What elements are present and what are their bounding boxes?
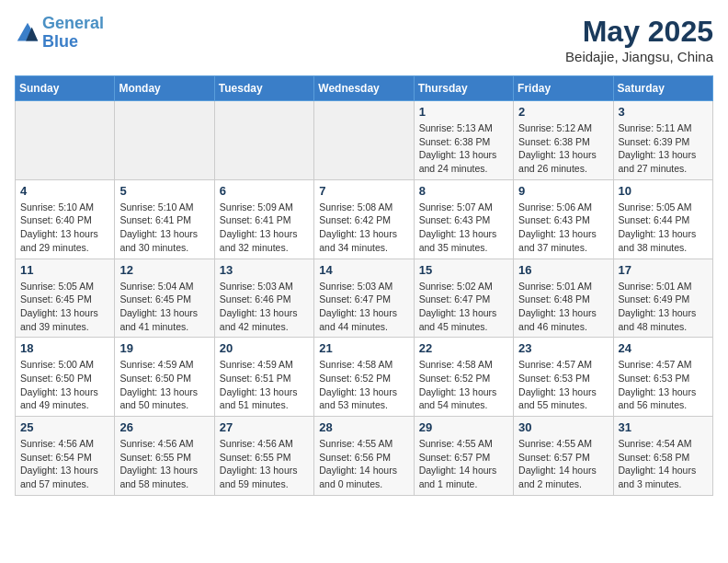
day-info: Sunrise: 5:11 AM Sunset: 6:39 PM Dayligh… bbox=[619, 121, 708, 176]
day-number: 8 bbox=[419, 184, 508, 198]
calendar-cell: 27Sunrise: 4:56 AM Sunset: 6:55 PM Dayli… bbox=[214, 417, 313, 496]
calendar-cell: 13Sunrise: 5:03 AM Sunset: 6:46 PM Dayli… bbox=[214, 259, 313, 338]
day-number: 25 bbox=[20, 420, 109, 434]
day-info: Sunrise: 5:01 AM Sunset: 6:48 PM Dayligh… bbox=[518, 280, 608, 334]
weekday-header-tuesday: Tuesday bbox=[214, 76, 313, 101]
day-info: Sunrise: 5:07 AM Sunset: 6:43 PM Dayligh… bbox=[419, 201, 508, 255]
day-number: 18 bbox=[20, 341, 109, 355]
weekday-header-friday: Friday bbox=[514, 76, 613, 101]
calendar-week-4: 18Sunrise: 5:00 AM Sunset: 6:50 PM Dayli… bbox=[16, 338, 713, 417]
logo-line2: Blue bbox=[42, 32, 78, 51]
day-info: Sunrise: 4:58 AM Sunset: 6:52 PM Dayligh… bbox=[419, 358, 508, 412]
day-info: Sunrise: 5:02 AM Sunset: 6:47 PM Dayligh… bbox=[419, 280, 508, 334]
weekday-header-thursday: Thursday bbox=[414, 76, 513, 101]
day-info: Sunrise: 5:03 AM Sunset: 6:47 PM Dayligh… bbox=[319, 280, 408, 334]
day-info: Sunrise: 5:03 AM Sunset: 6:46 PM Dayligh… bbox=[220, 280, 309, 334]
calendar-body: 1Sunrise: 5:13 AM Sunset: 6:38 PM Daylig… bbox=[16, 101, 713, 496]
calendar-cell: 14Sunrise: 5:03 AM Sunset: 6:47 PM Dayli… bbox=[314, 259, 414, 338]
day-info: Sunrise: 4:56 AM Sunset: 6:54 PM Dayligh… bbox=[20, 437, 109, 491]
day-info: Sunrise: 4:58 AM Sunset: 6:52 PM Dayligh… bbox=[319, 358, 408, 412]
day-number: 21 bbox=[319, 341, 408, 355]
day-info: Sunrise: 5:05 AM Sunset: 6:45 PM Dayligh… bbox=[20, 280, 109, 334]
day-info: Sunrise: 5:01 AM Sunset: 6:49 PM Dayligh… bbox=[619, 280, 708, 334]
day-number: 27 bbox=[220, 420, 309, 434]
day-number: 1 bbox=[419, 105, 508, 119]
day-number: 3 bbox=[619, 105, 708, 119]
calendar-week-3: 11Sunrise: 5:05 AM Sunset: 6:45 PM Dayli… bbox=[16, 259, 713, 338]
day-number: 24 bbox=[619, 341, 708, 355]
logo: General Blue bbox=[15, 15, 104, 52]
day-info: Sunrise: 4:59 AM Sunset: 6:50 PM Dayligh… bbox=[119, 358, 209, 412]
calendar-cell: 20Sunrise: 4:59 AM Sunset: 6:51 PM Dayli… bbox=[214, 338, 313, 417]
calendar-cell: 11Sunrise: 5:05 AM Sunset: 6:45 PM Dayli… bbox=[16, 259, 115, 338]
day-info: Sunrise: 4:59 AM Sunset: 6:51 PM Dayligh… bbox=[220, 358, 309, 412]
calendar-cell: 26Sunrise: 4:56 AM Sunset: 6:55 PM Dayli… bbox=[115, 417, 214, 496]
calendar-header: SundayMondayTuesdayWednesdayThursdayFrid… bbox=[16, 76, 713, 101]
day-number: 29 bbox=[419, 420, 508, 434]
day-info: Sunrise: 4:54 AM Sunset: 6:58 PM Dayligh… bbox=[619, 437, 708, 491]
day-number: 5 bbox=[119, 184, 209, 198]
day-number: 28 bbox=[319, 420, 408, 434]
weekday-header-saturday: Saturday bbox=[613, 76, 712, 101]
day-info: Sunrise: 5:09 AM Sunset: 6:41 PM Dayligh… bbox=[220, 201, 309, 255]
day-info: Sunrise: 4:56 AM Sunset: 6:55 PM Dayligh… bbox=[220, 437, 309, 491]
calendar-cell: 23Sunrise: 4:57 AM Sunset: 6:53 PM Dayli… bbox=[514, 338, 613, 417]
day-info: Sunrise: 5:10 AM Sunset: 6:40 PM Dayligh… bbox=[20, 201, 109, 255]
day-number: 17 bbox=[619, 263, 708, 277]
logo-line1: General bbox=[42, 14, 104, 32]
logo-text: General Blue bbox=[42, 15, 104, 52]
calendar-cell: 29Sunrise: 4:55 AM Sunset: 6:57 PM Dayli… bbox=[414, 417, 513, 496]
calendar-cell: 31Sunrise: 4:54 AM Sunset: 6:58 PM Dayli… bbox=[613, 417, 712, 496]
day-info: Sunrise: 5:10 AM Sunset: 6:41 PM Dayligh… bbox=[119, 201, 209, 255]
calendar-week-5: 25Sunrise: 4:56 AM Sunset: 6:54 PM Dayli… bbox=[16, 417, 713, 496]
calendar-week-1: 1Sunrise: 5:13 AM Sunset: 6:38 PM Daylig… bbox=[16, 101, 713, 180]
weekday-row: SundayMondayTuesdayWednesdayThursdayFrid… bbox=[16, 76, 713, 101]
logo-icon bbox=[15, 20, 40, 46]
day-number: 15 bbox=[419, 263, 508, 277]
title-block: May 2025 Beidajie, Jiangsu, China bbox=[565, 15, 713, 64]
day-number: 31 bbox=[619, 420, 708, 434]
calendar-cell: 12Sunrise: 5:04 AM Sunset: 6:45 PM Dayli… bbox=[115, 259, 214, 338]
day-number: 26 bbox=[119, 420, 209, 434]
day-number: 19 bbox=[119, 341, 209, 355]
calendar-cell: 5Sunrise: 5:10 AM Sunset: 6:41 PM Daylig… bbox=[115, 179, 214, 259]
day-info: Sunrise: 5:00 AM Sunset: 6:50 PM Dayligh… bbox=[20, 358, 109, 412]
calendar-table: SundayMondayTuesdayWednesdayThursdayFrid… bbox=[15, 75, 713, 496]
day-number: 9 bbox=[518, 184, 608, 198]
calendar-cell: 21Sunrise: 4:58 AM Sunset: 6:52 PM Dayli… bbox=[314, 338, 414, 417]
calendar-cell: 17Sunrise: 5:01 AM Sunset: 6:49 PM Dayli… bbox=[613, 259, 712, 338]
calendar-cell: 10Sunrise: 5:05 AM Sunset: 6:44 PM Dayli… bbox=[613, 179, 712, 259]
day-info: Sunrise: 4:56 AM Sunset: 6:55 PM Dayligh… bbox=[119, 437, 209, 491]
day-number: 20 bbox=[220, 341, 309, 355]
day-number: 4 bbox=[20, 184, 109, 198]
day-number: 14 bbox=[319, 263, 408, 277]
month-title: May 2025 bbox=[565, 15, 713, 49]
day-info: Sunrise: 5:05 AM Sunset: 6:44 PM Dayligh… bbox=[619, 201, 708, 255]
day-number: 11 bbox=[20, 263, 109, 277]
day-info: Sunrise: 5:04 AM Sunset: 6:45 PM Dayligh… bbox=[119, 280, 209, 334]
day-number: 12 bbox=[119, 263, 209, 277]
calendar-cell: 9Sunrise: 5:06 AM Sunset: 6:43 PM Daylig… bbox=[514, 179, 613, 259]
day-number: 22 bbox=[419, 341, 508, 355]
day-info: Sunrise: 4:55 AM Sunset: 6:57 PM Dayligh… bbox=[518, 437, 608, 491]
calendar-cell: 6Sunrise: 5:09 AM Sunset: 6:41 PM Daylig… bbox=[214, 179, 313, 259]
day-number: 13 bbox=[220, 263, 309, 277]
day-number: 16 bbox=[518, 263, 608, 277]
day-info: Sunrise: 4:55 AM Sunset: 6:57 PM Dayligh… bbox=[419, 437, 508, 491]
calendar-cell: 1Sunrise: 5:13 AM Sunset: 6:38 PM Daylig… bbox=[414, 101, 513, 180]
day-info: Sunrise: 5:08 AM Sunset: 6:42 PM Dayligh… bbox=[319, 201, 408, 255]
weekday-header-wednesday: Wednesday bbox=[314, 76, 414, 101]
weekday-header-sunday: Sunday bbox=[16, 76, 115, 101]
calendar-cell: 15Sunrise: 5:02 AM Sunset: 6:47 PM Dayli… bbox=[414, 259, 513, 338]
calendar-cell: 4Sunrise: 5:10 AM Sunset: 6:40 PM Daylig… bbox=[16, 179, 115, 259]
calendar-cell bbox=[115, 101, 214, 180]
day-info: Sunrise: 4:57 AM Sunset: 6:53 PM Dayligh… bbox=[518, 358, 608, 412]
calendar-cell: 18Sunrise: 5:00 AM Sunset: 6:50 PM Dayli… bbox=[16, 338, 115, 417]
page-header: General Blue May 2025 Beidajie, Jiangsu,… bbox=[15, 15, 713, 64]
day-info: Sunrise: 4:55 AM Sunset: 6:56 PM Dayligh… bbox=[319, 437, 408, 491]
calendar-cell: 28Sunrise: 4:55 AM Sunset: 6:56 PM Dayli… bbox=[314, 417, 414, 496]
calendar-cell: 8Sunrise: 5:07 AM Sunset: 6:43 PM Daylig… bbox=[414, 179, 513, 259]
calendar-cell bbox=[214, 101, 313, 180]
calendar-cell: 22Sunrise: 4:58 AM Sunset: 6:52 PM Dayli… bbox=[414, 338, 513, 417]
weekday-header-monday: Monday bbox=[115, 76, 214, 101]
